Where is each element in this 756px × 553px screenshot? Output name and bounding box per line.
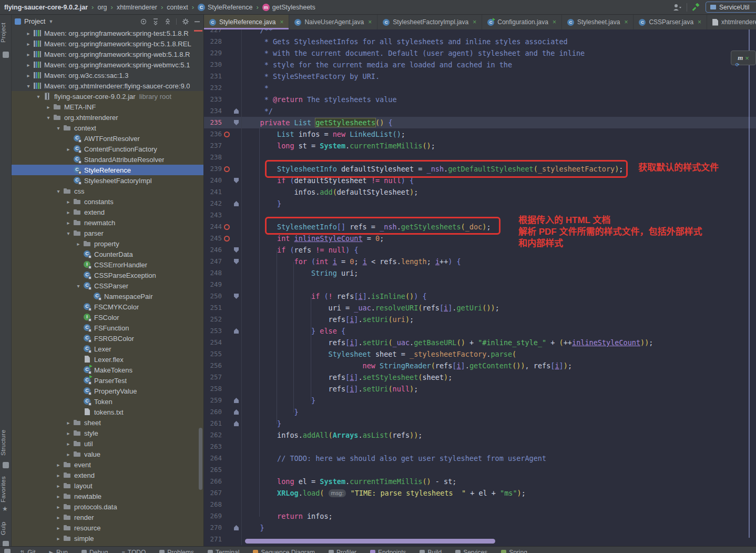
fold-slot[interactable] [232,178,241,183]
line-number[interactable]: 238 [204,152,222,163]
fold-down-icon[interactable] [234,247,239,253]
breakpoint-icon[interactable] [224,166,230,172]
fold-slot[interactable] [232,201,241,206]
tree-item-flying-saucer-core-9-0-2-jar[interactable]: ▾flying-saucer-core-9.0.2.jarlibrary roo… [12,91,203,102]
tree-item-fscolor[interactable]: FSColor [12,312,203,323]
tab-naiveuseragent-java[interactable]: CNaiveUserAgent.java× [289,15,377,29]
tree-expanded-arrow[interactable]: ▾ [64,230,73,236]
statusbar-item-services[interactable]: Services [455,549,487,553]
build-hammer-icon[interactable] [692,3,700,11]
line-number[interactable]: 269 [204,510,222,522]
line-number[interactable]: 265 [204,464,222,476]
line-number[interactable]: 258 [204,383,222,395]
hide-panel-icon[interactable] [194,18,200,25]
tab-configuration-java[interactable]: CConfiguration.java× [482,15,562,29]
tree-item-fscmykcolor[interactable]: FSCMYKColor [12,301,203,312]
tree-item-sheet[interactable]: ▸sheet [12,417,203,428]
breakpoint-slot[interactable] [222,132,232,137]
breadcrumb-item[interactable]: context [167,4,188,11]
tree-collapse-arrow[interactable]: ▸ [64,441,73,447]
line-number[interactable]: 241 [204,186,222,198]
tree-item-stylesheetfactoryimpl[interactable]: StylesheetFactoryImpl [12,175,203,186]
breakpoint-slot[interactable] [222,166,232,172]
fold-slot[interactable] [232,108,241,114]
line-number[interactable]: 248 [204,267,222,279]
tree-item-protocols-data[interactable]: ▸protocols.data [12,501,203,512]
breadcrumb-item[interactable]: mgetStylesheets [262,4,315,11]
fold-slot[interactable] [232,328,241,334]
fold-up-icon[interactable] [234,398,239,403]
tree-item-maven-org-springframework-spring-web-5-1-8-r[interactable]: ▸Maven: org.springframework:spring-web:5… [12,49,203,59]
fold-down-icon[interactable] [234,178,239,183]
statusbar-item-problems[interactable]: Problems [159,549,194,553]
line-number[interactable]: 268 [204,499,222,510]
tab-close-icon[interactable]: × [473,18,476,26]
run-configuration-selector[interactable]: ServiceUtil [706,2,756,13]
line-number[interactable]: 264 [204,453,222,464]
line-number[interactable]: 240 [204,175,222,186]
tree-collapse-arrow[interactable]: ▸ [64,451,73,457]
fold-slot[interactable] [232,421,241,426]
tree-item-style[interactable]: ▸style [12,428,203,438]
tree-expanded-arrow[interactable]: ▾ [44,115,53,120]
line-number[interactable]: 260 [204,406,222,418]
user-icon[interactable] [673,4,681,11]
fold-slot[interactable] [232,247,241,253]
tree-item-maven-org-springframework-spring-test-5-1-8-r[interactable]: ▸Maven: org.springframework:spring-test:… [12,28,203,38]
tree-collapse-arrow[interactable]: ▸ [64,209,73,215]
tree-item-extend[interactable]: ▸extend [12,207,203,217]
tree-item-maven-org-springframework-spring-webmvc-5-1[interactable]: ▸Maven: org.springframework:spring-webmv… [12,59,203,70]
fold-slot[interactable] [232,525,241,530]
project-stripe-icon[interactable] [3,52,9,58]
line-number[interactable]: 263 [204,441,222,453]
line-number[interactable]: 247 [204,256,222,267]
fold-slot[interactable] [232,398,241,403]
tree-expanded-arrow[interactable]: ▾ [54,125,63,131]
toolbox-icon[interactable] [4,549,11,553]
tree-collapse-arrow[interactable]: ▸ [74,241,83,247]
statusbar-item-spring[interactable]: Spring [501,549,527,553]
tree-collapse-arrow[interactable]: ▸ [24,41,33,47]
tool-stripe-gulp[interactable]: Gulp [0,518,12,539]
tree-collapse-arrow[interactable]: ▸ [54,472,63,478]
tab-xhtmlrenderer-conf[interactable]: xhtmlrenderer.conf× [707,15,756,29]
tree-item-fsfunction[interactable]: FSFunction [12,323,203,333]
tree-item-util[interactable]: ▸util [12,438,203,449]
line-number[interactable]: 230 [204,59,222,71]
fold-up-icon[interactable] [234,421,239,426]
tree-item-token[interactable]: Token [12,396,203,407]
favorites-star-icon[interactable]: ★ [2,505,8,512]
tree-item-parsertest[interactable]: ParserTest [12,375,203,386]
line-number[interactable]: 243 [204,209,222,221]
statusbar-item-debug[interactable]: Debug [81,549,108,553]
line-number[interactable]: 227 [204,29,222,36]
editor-horizontal-scrollbar[interactable] [245,539,495,544]
statusbar-item-terminal[interactable]: Terminal [208,549,239,553]
tree-item-parser[interactable]: ▾parser [12,228,203,238]
project-panel-title[interactable]: Project [24,17,45,25]
line-number[interactable]: 244 [204,221,222,233]
statusbar-item-run[interactable]: ▶Run [49,549,68,553]
tree-item-simple[interactable]: ▸simple [12,533,203,544]
line-number[interactable]: 271 [204,534,222,545]
tree-collapse-arrow[interactable]: ▸ [54,504,63,510]
breakpoint-icon[interactable] [224,224,230,230]
tree-item-cssparseexception[interactable]: CSSParseException [12,270,203,280]
tree-item-counterdata[interactable]: CounterData [12,249,203,259]
line-number[interactable]: 250 [204,290,222,302]
chevron-down-icon[interactable]: ▼ [48,19,53,24]
line-number[interactable]: 259 [204,395,222,406]
breakpoint-slot[interactable] [222,236,232,242]
breadcrumb-item[interactable]: flying-saucer-core-9.0.2.jar [4,4,88,11]
tree-item-lexer-flex[interactable]: Lexer.flex [12,354,203,365]
tree-expanded-arrow[interactable]: ▾ [34,94,43,99]
tool-stripe-structure[interactable]: Structure [0,426,12,459]
line-number[interactable]: 245 [204,233,222,244]
fold-up-icon[interactable] [234,108,239,114]
tree-collapse-arrow[interactable]: ▸ [64,146,73,152]
tool-stripe-favorites[interactable]: Favorites [0,474,12,505]
breadcrumb-item[interactable]: CStyleReference [198,4,252,11]
tree-item-propertyvalue[interactable]: PropertyValue [12,386,203,396]
tree-collapse-arrow[interactable]: ▸ [24,31,33,36]
tree-item-org-xhtmlrenderer[interactable]: ▾org.xhtmlrenderer [12,112,203,123]
